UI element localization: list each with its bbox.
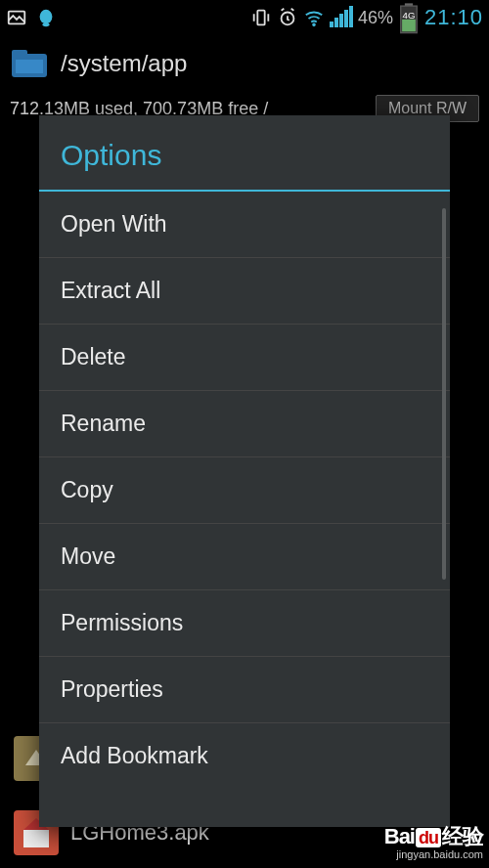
option-delete[interactable]: Delete: [39, 325, 450, 391]
watermark: Baidu经验 jingyan.baidu.com: [384, 825, 483, 860]
scrollbar[interactable]: [442, 208, 446, 580]
option-copy[interactable]: Copy: [39, 457, 450, 524]
option-extract-all[interactable]: Extract All: [39, 258, 450, 325]
option-permissions[interactable]: Permissions: [39, 590, 450, 657]
option-move[interactable]: Move: [39, 524, 450, 590]
option-rename[interactable]: Rename: [39, 391, 450, 457]
dialog-backdrop: Options Open With Extract All Delete Ren…: [0, 0, 489, 868]
option-properties[interactable]: Properties: [39, 657, 450, 723]
dialog-list: Open With Extract All Delete Rename Copy…: [39, 192, 450, 827]
dialog-title: Options: [39, 115, 450, 192]
option-open-with[interactable]: Open With: [39, 192, 450, 258]
watermark-brand: Bai: [384, 824, 415, 848]
watermark-url: jingyan.baidu.com: [384, 848, 483, 860]
options-dialog: Options Open With Extract All Delete Ren…: [39, 115, 450, 827]
option-add-bookmark[interactable]: Add Bookmark: [39, 723, 450, 789]
